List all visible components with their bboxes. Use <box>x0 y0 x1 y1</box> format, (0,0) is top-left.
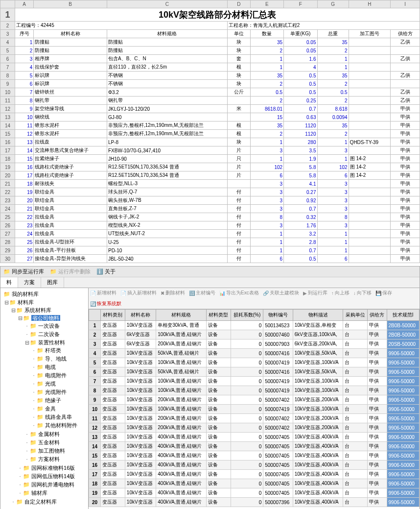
table-row[interactable]: 30 27 接续金具-异型并沟线夹 JBL-50-240 付 6 0.5 6 甲… <box>0 255 420 263</box>
grid-row[interactable]: 8 变压器 10kV变压器 100kVA,普通,硅钢片 设备 0 5000074… <box>89 386 420 395</box>
grid-row[interactable]: 12 变压器 10kV变压器 200kVA,普通,硅钢片 设备 0 500007… <box>89 423 420 433</box>
tree-node[interactable]: ·📁 方案材料 <box>24 455 86 463</box>
tree-node[interactable]: ·📁 其他材料附件 <box>31 421 86 430</box>
grid-header[interactable]: 物料编号 <box>263 310 293 321</box>
tree-node[interactable]: ·📁 加工图物料 <box>24 447 86 455</box>
grid-header[interactable]: 材料名称 <box>125 310 156 321</box>
grid-header[interactable]: 采购单位 <box>343 310 368 321</box>
project-name-cell[interactable]: 工程名称：青海无人机测试工程2 <box>227 22 420 30</box>
table-row[interactable]: 5 2 防撞贴 防撞贴 块 2 0.05 2 <box>0 47 420 55</box>
tb-add[interactable]: 📄新增材料 <box>90 290 117 296</box>
library-tree[interactable]: 📁 我的材料库⊟📁 材料库⊟📁 系统材料库⊟📁 省公司物料·📁 一次设备·📁 二… <box>0 288 89 509</box>
tree-node[interactable]: ·📁 金属材料 <box>24 430 86 438</box>
table-row[interactable]: 26 23 拉线金具 楔型线夹,NX-2 付 3 1.76 3 甲供 <box>0 221 420 230</box>
table-row[interactable]: 19 16 线路柱式瓷绝缘子 R12.5ET150N,170,336,534 普… <box>0 163 420 171</box>
table-row[interactable]: 27 24 拉线金具 UT型线夹,NUT-2 付 1 3.2 1 甲供 <box>0 230 420 238</box>
table-row[interactable]: 20 17 线路柱式瓷绝缘子 R12.5ET150N,170,336,534 普… <box>0 171 420 180</box>
table-row[interactable]: 22 19 联结金具 球头挂环,Q-7 付 3 0.27 3 甲供 <box>0 188 420 196</box>
tb-delete[interactable]: ✖删除材料 <box>161 290 185 296</box>
grid-header[interactable]: 材料规格 <box>156 310 207 321</box>
tree-node[interactable]: ·📁 导、地线 <box>31 355 86 363</box>
tree-node[interactable]: ⊟📁 省公司物料·📁 一次设备·📁 二次设备⊟📁 装置性材料·📁 杆塔类·📁 导… <box>17 314 86 464</box>
table-row[interactable]: 25 22 拉线金具 钢线卡子,JK-2 付 8 0.32 8 甲供 <box>0 213 420 221</box>
tree-node[interactable]: ·📁 电缆 <box>31 363 86 371</box>
tree-node[interactable]: ·📁 线路金具串 <box>31 413 86 421</box>
tree-node[interactable]: ·📁 二次设备 <box>24 330 86 339</box>
tree-node[interactable]: ⊟📁 系统材料库⊟📁 省公司物料·📁 一次设备·📁 二次设备⊟📁 装置性材料·📁… <box>10 306 86 498</box>
tb-down[interactable]: ↓向下移 <box>353 290 372 296</box>
tab-material[interactable]: 料 <box>0 277 18 288</box>
tree-node[interactable]: ·📁 电缆附件 <box>31 371 86 380</box>
table-row[interactable]: 10 7 镀锌铁丝 Φ3.2 公斤 0.5 0.5 0.5 乙供 <box>0 88 420 97</box>
table-row[interactable]: 7 4 拉线保护套 直径110，直径32，长2.5m 根 1 4 1 <box>0 63 420 72</box>
grid-header[interactable]: 材料类别 <box>101 310 125 321</box>
tree-node[interactable]: ·📁 国网机井通电物料 <box>17 481 86 489</box>
grid-row[interactable]: 15 变压器 10kV变压器 400kVA,普通,硅钢片 设备 0 500007… <box>89 451 420 461</box>
tb-export[interactable]: 📊导出为Exc表格 <box>219 290 259 296</box>
tree-node[interactable]: ·📁 五金材料 <box>24 438 86 447</box>
grid-row[interactable]: 19 变压器 10kV变压器 400kVA,普通,硅钢片 设备 0 500007… <box>89 488 420 498</box>
table-row[interactable]: 29 26 拉线金具-平行挂板 PD-10 付 1 0.7 1 甲供 <box>0 246 420 255</box>
tb-link[interactable]: 🔗关联土建模块 <box>263 290 299 296</box>
tb-save[interactable]: 💾保存 <box>375 290 392 296</box>
tree-node[interactable]: ·📁 一次设备 <box>24 322 86 330</box>
sync-button[interactable]: 📁 同步至运行库 <box>3 268 44 275</box>
tb-insert[interactable]: 📄插入新增材料 <box>120 290 157 296</box>
grid-row[interactable]: 11 变压器 10kV变压器 200kVA,普通,硅钢片 设备 0 500007… <box>89 414 420 423</box>
table-row[interactable]: 14 11 锥形水泥杆 非预应力,整根杆,12m,190mm,M,无根部法兰 根… <box>0 121 420 130</box>
tree-node[interactable]: ·📁 国网低压物料14版 <box>17 472 86 481</box>
tree-root-lib[interactable]: ⊟📁 材料库⊟📁 系统材料库⊟📁 省公司物料·📁 一次设备·📁 二次设备⊟📁 装… <box>3 298 86 507</box>
grid-row[interactable]: 2 变压器 6kV变压器 100kVA,普通,硅钢片 设备 0 50000746… <box>89 330 420 339</box>
table-row[interactable]: 24 21 联结金具 直角挂板,Z-7 付 3 0.7 3 甲供 <box>0 205 420 213</box>
tb-restore[interactable]: 🔄恢复系统默 <box>90 300 121 307</box>
tb-code[interactable]: 🔢主材编号 <box>189 290 215 296</box>
tab-gallery[interactable]: 图库 <box>41 277 64 288</box>
table-row[interactable]: 8 5 标识牌 不锈钢 块 35 0.5 35 乙供 <box>0 72 420 80</box>
grid-row[interactable]: 17 变压器 10kV变压器 400kVA,普通,硅钢片 设备 0 500007… <box>89 470 420 479</box>
tree-node[interactable]: ·📁 国网标准物料16版 <box>17 464 86 472</box>
delete-run-button[interactable]: 📁 运行库中删除 <box>50 268 91 275</box>
tree-node[interactable]: ·📁 光缆 <box>31 380 86 388</box>
grid-header[interactable]: 供给方 <box>368 310 387 321</box>
table-row[interactable]: 12 9 架空绝缘导线 JKLGYJ-10-120/20 米 8618.01 0… <box>0 105 420 113</box>
grid-row[interactable]: 4 变压器 10kV变压器 50kVA,普通,硅钢片 设备 0 50000741… <box>89 349 420 358</box>
grid-row[interactable]: 3 变压器 6kV变压器 200kVA,普通,硅钢片 设备 0 50000790… <box>89 339 420 349</box>
table-row[interactable]: 9 6 标识牌 不锈钢 块 2 0.5 2 <box>0 80 420 88</box>
grid-header[interactable]: 技术规范I <box>387 310 419 321</box>
tree-node[interactable]: ·📁 自定义材料库 <box>10 498 86 506</box>
tree-node[interactable]: ·📁 绝缘子 <box>31 396 86 405</box>
grid-row[interactable]: 1 变压器 10kV变压器 单相变30kVA, 普通 设备 0 50013452… <box>89 321 420 330</box>
about-button[interactable]: ℹ️ 关于 <box>96 268 116 275</box>
tab-scheme[interactable]: 方案 <box>18 277 41 288</box>
grid-row[interactable]: 10 变压器 10kV变压器 100kVA,普通,硅钢片 设备 0 500007… <box>89 405 420 414</box>
tree-node[interactable]: ⊟📁 装置性材料·📁 杆塔类·📁 导、地线·📁 电缆·📁 电缆附件·📁 光缆·📁… <box>24 339 86 430</box>
summary-spreadsheet[interactable]: A B C D E F G H I 1 10kV架空线路部分材料汇总表 2 工程… <box>0 0 420 263</box>
table-row[interactable]: 11 8 钢扎带 钢扎带 2 0.25 2 乙供 <box>0 97 420 105</box>
table-row[interactable]: 28 25 拉线金具-U型挂环 U-25 付 1 2.8 1 甲供 <box>0 238 420 246</box>
grid-header[interactable]: 损耗系数(%) <box>231 310 263 321</box>
table-row[interactable]: 17 14 交流棒形悬式复合绝缘子 FXBW-10/70-G,347,410 片… <box>0 146 420 155</box>
table-row[interactable]: 13 10 钢绞线 GJ-80 15 0.63 0.0094 甲供 <box>0 113 420 121</box>
table-row[interactable]: 16 13 拉线盘 LP-8 块 1 280 1 QHDS-TY-39 甲供 <box>0 138 420 146</box>
grid-header[interactable]: 物料描述 <box>293 310 343 321</box>
grid-row[interactable]: 9 变压器 10kV变压器 200kVA,普通,硅钢片 设备 0 5000074… <box>89 395 420 405</box>
tree-node[interactable]: ·📁 光缆附件 <box>31 388 86 396</box>
grid-row[interactable]: 7 变压器 10kV变压器 100kVA,普通,硅钢片 设备 0 5000074… <box>89 377 420 386</box>
row-header[interactable]: 1 <box>0 8 15 22</box>
tree-node[interactable]: ·📁 辅材库 <box>17 489 86 497</box>
tree-node[interactable]: ·📁 金具 <box>31 405 86 413</box>
grid-row[interactable]: 14 变压器 10kV变压器 400kVA,普通,硅钢片 设备 0 500007… <box>89 442 420 451</box>
tb-up[interactable]: ↑向上移 <box>331 290 350 296</box>
table-row[interactable]: 6 3 相序牌 包含A、B、C、N 套 1 1.6 1 乙供 <box>0 55 420 63</box>
table-row[interactable]: 15 12 锥形水泥杆 非预应力,整根杆,12m,190mm,M,无根部法兰 根… <box>0 130 420 138</box>
table-row[interactable]: 23 20 联结金具 碗头挂板,W-7B 付 3 0.92 3 甲供 <box>0 196 420 205</box>
grid-row[interactable]: 5 变压器 10kV变压器 100kVA,普通,硅钢片 设备 0 5000074… <box>89 358 420 367</box>
grid-header[interactable] <box>89 310 101 321</box>
grid-header[interactable]: 材料类型 <box>206 310 231 321</box>
tree-root-mylib[interactable]: 📁 我的材料库 <box>3 290 86 298</box>
table-row[interactable]: 4 1 防撞贴 防撞贴 块 35 0.05 35 乙供 <box>0 38 420 47</box>
table-row[interactable]: 18 15 拉紧绝缘子 JH10-90 只 1 1.9 1 图 14-2 甲供 <box>0 155 420 163</box>
tb-torun[interactable]: ▶到运行库 <box>303 290 327 296</box>
tree-node[interactable]: ·📁 杆塔类 <box>31 346 86 355</box>
grid-row[interactable]: 6 变压器 10kV变压器 50kVA,普通,硅钢片 设备 0 50000741… <box>89 367 420 377</box>
